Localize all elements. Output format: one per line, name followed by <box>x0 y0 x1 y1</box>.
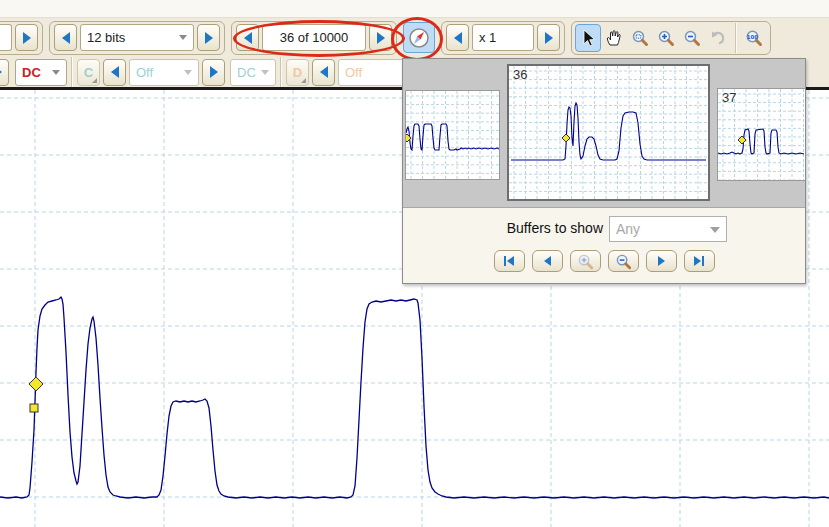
compass-icon <box>408 27 430 49</box>
right-arrow-icon <box>545 32 553 44</box>
zoom-out-icon <box>683 29 701 47</box>
skip-end-icon <box>702 256 704 266</box>
zoom-next-button[interactable] <box>537 24 560 51</box>
waveform-trace <box>406 124 499 150</box>
resolution-prev-button[interactable] <box>54 24 77 51</box>
previous-buffer-button[interactable] <box>532 250 563 272</box>
buffers-to-show-row: Buffers to show Any <box>403 216 805 242</box>
resolution-next-button[interactable] <box>197 24 220 51</box>
buffer-overview-button[interactable] <box>403 22 435 53</box>
buffer-thumbnail-current[interactable]: 36 <box>507 64 710 201</box>
zoom-in-tool-button[interactable] <box>653 24 679 52</box>
corner-triangle-icon <box>301 78 306 83</box>
resolution-value: 12 bits <box>87 30 125 45</box>
right-arrow-icon <box>658 256 665 266</box>
popup-zoom-in-button[interactable] <box>570 250 601 272</box>
zoom-in-icon <box>577 253 594 270</box>
zoom-100-icon: 100 <box>744 29 764 47</box>
last-buffer-button[interactable] <box>684 250 715 272</box>
buffer-position-box[interactable]: 36 of 10000 <box>262 24 366 51</box>
svg-text:100: 100 <box>747 33 759 39</box>
left-arrow-icon <box>454 32 462 44</box>
select-tool-button[interactable] <box>575 24 601 52</box>
zoom-select-tool-button[interactable] <box>627 24 653 52</box>
channel-a-coupling-value: DC <box>22 65 41 80</box>
channel-d-range-value: Off <box>345 65 362 80</box>
trigger-handle-square[interactable] <box>30 404 38 412</box>
samplerate-next-button[interactable] <box>15 24 38 51</box>
channel-c-range-value: Off <box>136 65 153 80</box>
channel-c-next-button[interactable] <box>202 59 225 86</box>
channel-c-range-combo[interactable]: Off <box>129 59 199 86</box>
hand-tool-button[interactable] <box>601 24 627 52</box>
left-arrow-icon <box>62 32 70 44</box>
samplerate-group <box>0 21 43 55</box>
pointer-tools-group: 100 <box>571 21 771 55</box>
buffers-to-show-value: Any <box>616 221 640 237</box>
buffer-nav-buttons <box>403 250 805 272</box>
right-arrow-icon <box>23 32 31 44</box>
resolution-combo[interactable]: 12 bits <box>80 24 194 51</box>
next-buffer-button[interactable] <box>646 250 677 272</box>
chevron-down-icon <box>179 35 187 44</box>
zoom-prev-button[interactable] <box>446 24 469 51</box>
channel-c-coupling-value: DC <box>237 65 256 80</box>
right-arrow-icon <box>377 32 385 44</box>
buffer-position-value: 36 of 10000 <box>280 30 349 45</box>
channel-d-prev-button[interactable] <box>312 59 335 86</box>
channel-d-button[interactable]: D <box>286 59 309 86</box>
left-arrow-icon <box>244 32 252 44</box>
zoom-window-icon <box>631 29 649 47</box>
zoom-out-tool-button[interactable] <box>679 24 705 52</box>
cursor-arrow-icon <box>580 29 596 47</box>
buffer-number-label: 37 <box>722 90 736 105</box>
hand-icon <box>605 29 623 47</box>
waveform-trace <box>718 129 804 154</box>
samplerate-combo[interactable] <box>0 24 12 51</box>
right-arrow-icon <box>210 66 218 78</box>
separator <box>71 57 73 87</box>
trigger-marker-diamond[interactable] <box>562 134 570 142</box>
buffer-next-button[interactable] <box>369 24 392 51</box>
skip-start-icon <box>504 256 506 266</box>
resolution-group: 12 bits <box>49 21 225 55</box>
toolbar-capture: 12 bits 36 of 10000 x 1 <box>0 18 829 57</box>
buffers-to-show-label: Buffers to show <box>403 220 603 236</box>
left-arrow-icon <box>544 256 551 266</box>
channel-c-coupling-combo[interactable]: DC <box>230 59 276 86</box>
channel-c-prev-button[interactable] <box>103 59 126 86</box>
chevron-down-icon <box>184 70 192 79</box>
first-buffer-button[interactable] <box>494 250 525 272</box>
buffer-prev-button[interactable] <box>236 24 259 51</box>
zoom-factor-box[interactable]: x 1 <box>472 24 534 51</box>
zoom-full-button[interactable]: 100 <box>741 24 767 52</box>
right-arrow-icon <box>694 256 701 266</box>
buffer-number-label: 36 <box>513 67 527 82</box>
right-arrow-icon <box>205 32 213 44</box>
buffer-thumbnail-strip[interactable]: 36 37 <box>403 59 805 208</box>
undo-icon <box>709 29 727 47</box>
buffer-thumbnail-prev[interactable] <box>405 90 500 180</box>
chevron-down-icon <box>261 70 269 79</box>
channel-a-coupling-combo[interactable]: DC <box>15 59 67 86</box>
trigger-marker-diamond[interactable] <box>29 377 43 391</box>
undo-zoom-button[interactable] <box>705 24 731 52</box>
right-arrow-icon <box>0 66 2 78</box>
separator <box>280 57 282 87</box>
channel-a-next-button[interactable] <box>0 59 9 86</box>
zoom-factor-value: x 1 <box>479 30 496 45</box>
popup-controls: Buffers to show Any <box>403 208 805 283</box>
zoom-in-icon <box>657 29 675 47</box>
left-arrow-icon <box>111 66 119 78</box>
popup-zoom-out-button[interactable] <box>608 250 639 272</box>
buffer-overview-popup: 36 37 Buffers to show Any <box>402 58 806 284</box>
channel-c-button[interactable]: C <box>77 59 100 86</box>
buffers-to-show-combo[interactable]: Any <box>609 216 727 242</box>
zoom-out-icon <box>615 253 632 270</box>
chevron-down-icon <box>710 227 720 238</box>
separator <box>735 23 737 53</box>
left-arrow-icon <box>507 256 514 266</box>
channel-d-range-combo[interactable]: Off <box>338 59 408 86</box>
waveform-trace <box>0 297 829 498</box>
buffer-thumbnail-next[interactable]: 37 <box>717 88 805 181</box>
